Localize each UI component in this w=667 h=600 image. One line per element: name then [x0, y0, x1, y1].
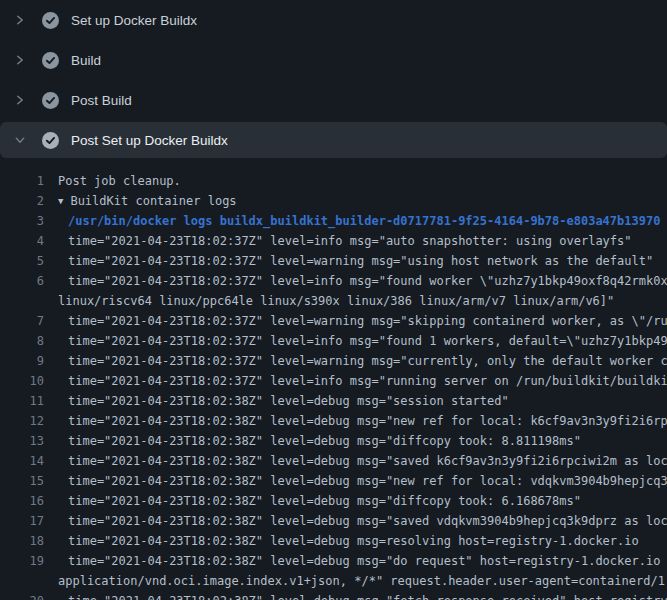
line-number[interactable]: 1 [0, 171, 44, 191]
triangle-down-icon[interactable]: ▼ [58, 191, 63, 211]
steps-list: Set up Docker Buildx Build Post Build Po… [0, 0, 667, 158]
line-number[interactable]: 7 [0, 311, 44, 331]
check-circle-icon [42, 52, 59, 69]
line-number[interactable]: 10 [0, 371, 44, 391]
log-text: linux/riscv64 linux/ppc64le linux/s390x … [58, 294, 614, 308]
step-label: Build [71, 53, 101, 68]
log-text: time="2021-04-23T18:02:37Z" level=warnin… [68, 254, 653, 268]
log-text: time="2021-04-23T18:02:37Z" level=info m… [68, 274, 667, 288]
log-line[interactable]: 2▼BuildKit container logs [0, 191, 667, 211]
log-text: time="2021-04-23T18:02:38Z" level=debug … [68, 434, 581, 448]
log-line: 7time="2021-04-23T18:02:37Z" level=warni… [0, 311, 667, 331]
line-number[interactable]: 15 [0, 471, 44, 491]
chevron-right-icon[interactable] [12, 12, 28, 28]
line-number[interactable]: 6 [0, 271, 44, 291]
log-text: ▼BuildKit container logs [58, 194, 237, 208]
log-text: time="2021-04-23T18:02:38Z" level=debug … [68, 394, 509, 408]
log-area: 1Post job cleanup.2▼BuildKit container l… [0, 158, 667, 600]
log-line: 18time="2021-04-23T18:02:38Z" level=debu… [0, 531, 667, 551]
log-line: 20time="2021-04-23T18:02:38Z" level=debu… [0, 591, 667, 600]
chevron-down-icon[interactable] [12, 132, 28, 148]
log-text: time="2021-04-23T18:02:37Z" level=info m… [68, 374, 667, 388]
log-line: 17time="2021-04-23T18:02:38Z" level=debu… [0, 511, 667, 531]
log-text: time="2021-04-23T18:02:38Z" level=debug … [68, 534, 639, 548]
step-row-post-set-up-docker-buildx[interactable]: Post Set up Docker Buildx [0, 122, 667, 158]
line-number[interactable]: 17 [0, 511, 44, 531]
line-number[interactable]: 3 [0, 211, 44, 231]
log-text: time="2021-04-23T18:02:37Z" level=info m… [68, 234, 632, 248]
log-command-text: /usr/bin/docker logs buildx_buildkit_bui… [68, 214, 660, 228]
line-number[interactable]: 4 [0, 231, 44, 251]
log-line: 5time="2021-04-23T18:02:37Z" level=warni… [0, 251, 667, 271]
log-line: 15time="2021-04-23T18:02:38Z" level=debu… [0, 471, 667, 491]
log-text: time="2021-04-23T18:02:38Z" level=debug … [68, 454, 667, 468]
log-line: linux/riscv64 linux/ppc64le linux/s390x … [0, 291, 667, 311]
log-line: application/vnd.oci.image.index.v1+json,… [0, 571, 667, 591]
log-text: application/vnd.oci.image.index.v1+json,… [58, 574, 667, 588]
log-text: time="2021-04-23T18:02:38Z" level=debug … [68, 514, 667, 528]
log-line: 8time="2021-04-23T18:02:37Z" level=info … [0, 331, 667, 351]
log-line: 19time="2021-04-23T18:02:38Z" level=debu… [0, 551, 667, 571]
line-number[interactable]: 2 [0, 191, 44, 211]
log-text: time="2021-04-23T18:02:38Z" level=debug … [68, 554, 667, 568]
log-text: time="2021-04-23T18:02:38Z" level=debug … [68, 474, 667, 488]
log-line: 13time="2021-04-23T18:02:38Z" level=debu… [0, 431, 667, 451]
line-number[interactable]: 8 [0, 331, 44, 351]
log-text: time="2021-04-23T18:02:38Z" level=debug … [68, 494, 581, 508]
line-number[interactable]: 14 [0, 451, 44, 471]
step-row-post-build[interactable]: Post Build [0, 80, 667, 120]
line-number[interactable]: 18 [0, 531, 44, 551]
step-label: Set up Docker Buildx [71, 13, 197, 28]
chevron-right-icon[interactable] [12, 52, 28, 68]
check-circle-icon [42, 12, 59, 29]
log-text: time="2021-04-23T18:02:37Z" level=info m… [68, 334, 667, 348]
line-number[interactable]: 19 [0, 551, 44, 571]
check-circle-icon [42, 92, 59, 109]
log-line: 1Post job cleanup. [0, 171, 667, 191]
line-number[interactable]: 9 [0, 351, 44, 371]
line-number[interactable]: 20 [0, 591, 44, 600]
step-label: Post Build [71, 93, 132, 108]
log-line: 11time="2021-04-23T18:02:38Z" level=debu… [0, 391, 667, 411]
line-number[interactable]: 5 [0, 251, 44, 271]
log-text: time="2021-04-23T18:02:37Z" level=warnin… [68, 354, 667, 368]
step-row-set-up-docker-buildx[interactable]: Set up Docker Buildx [0, 0, 667, 40]
log-line: 9time="2021-04-23T18:02:37Z" level=warni… [0, 351, 667, 371]
log-text: Post job cleanup. [58, 174, 181, 188]
log-text: time="2021-04-23T18:02:38Z" level=debug … [68, 414, 667, 428]
chevron-right-icon[interactable] [12, 92, 28, 108]
log-line: 12time="2021-04-23T18:02:38Z" level=debu… [0, 411, 667, 431]
line-number[interactable]: 12 [0, 411, 44, 431]
log-line: 16time="2021-04-23T18:02:38Z" level=debu… [0, 491, 667, 511]
log-line: 3/usr/bin/docker logs buildx_buildkit_bu… [0, 211, 667, 231]
step-row-build[interactable]: Build [0, 40, 667, 80]
log-line: 6time="2021-04-23T18:02:37Z" level=info … [0, 271, 667, 291]
log-text: time="2021-04-23T18:02:37Z" level=warnin… [68, 314, 667, 328]
log-line: 4time="2021-04-23T18:02:37Z" level=info … [0, 231, 667, 251]
line-number[interactable]: 11 [0, 391, 44, 411]
log-line: 10time="2021-04-23T18:02:37Z" level=info… [0, 371, 667, 391]
log-text: time="2021-04-23T18:02:38Z" level=debug … [68, 594, 667, 600]
step-label: Post Set up Docker Buildx [71, 133, 228, 148]
check-circle-icon [42, 132, 59, 149]
log-line: 14time="2021-04-23T18:02:38Z" level=debu… [0, 451, 667, 471]
line-number[interactable]: 16 [0, 491, 44, 511]
actions-log-viewer: { "colors": { "background": "#161b22", "… [0, 0, 667, 600]
line-number[interactable]: 13 [0, 431, 44, 451]
